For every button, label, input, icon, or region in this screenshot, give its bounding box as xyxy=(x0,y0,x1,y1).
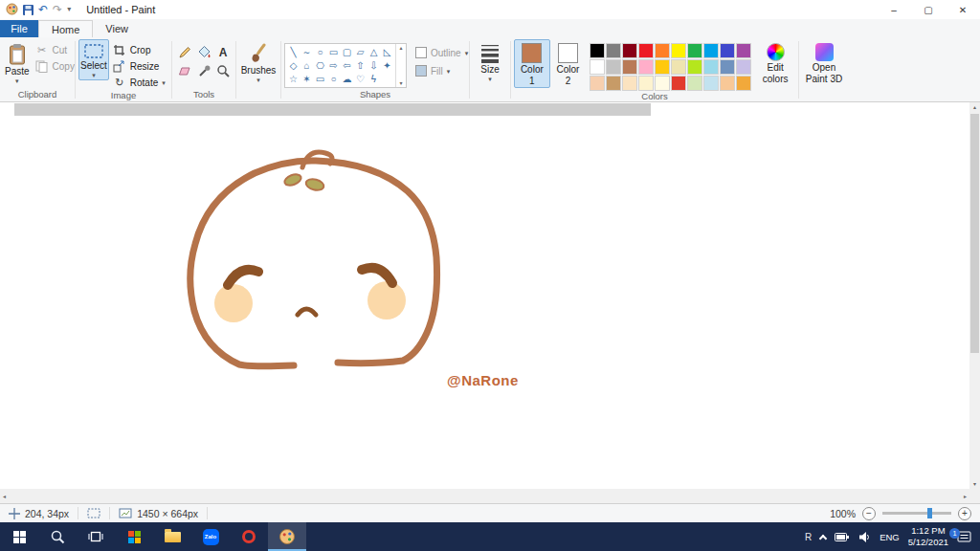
palette-swatch-15[interactable] xyxy=(671,59,686,75)
clock[interactable]: 1:12 PM5/12/2021 xyxy=(908,525,948,548)
palette-swatch-20[interactable] xyxy=(590,76,605,91)
color1-button[interactable]: Color1 xyxy=(514,39,550,88)
magnifier-tool[interactable] xyxy=(214,62,233,80)
size-button[interactable]: Size xyxy=(473,39,507,84)
shape-right-triangle[interactable]: ◺ xyxy=(381,46,393,58)
tab-file[interactable]: File xyxy=(0,20,38,37)
palette-swatch-8[interactable] xyxy=(720,43,735,58)
brushes-dropdown-icon[interactable] xyxy=(256,77,260,83)
rotate-button[interactable]: Rotate xyxy=(109,75,169,90)
opera-button[interactable] xyxy=(230,522,268,551)
undo-icon[interactable] xyxy=(38,4,48,15)
horizontal-scrollbar-thumb[interactable] xyxy=(14,103,651,116)
color-picker-tool[interactable] xyxy=(195,62,213,80)
palette-swatch-12[interactable] xyxy=(622,59,637,75)
save-icon[interactable] xyxy=(23,5,33,15)
open-paint3d-button[interactable]: OpenPaint 3D xyxy=(802,39,846,86)
file-explorer-button[interactable] xyxy=(153,522,191,551)
tray-app-icon[interactable]: R xyxy=(805,532,812,542)
shape-polygon[interactable]: ▱ xyxy=(354,46,367,58)
app-tiles-button[interactable] xyxy=(115,522,153,551)
paste-dropdown-icon[interactable] xyxy=(15,77,19,84)
vertical-scrollbar-thumb[interactable] xyxy=(970,114,979,353)
palette-swatch-28[interactable] xyxy=(720,76,735,91)
zalo-button[interactable]: Zalo xyxy=(191,522,230,551)
select-dropdown-icon[interactable] xyxy=(92,72,96,78)
cut-button[interactable]: Cut xyxy=(32,42,78,57)
shape-five-point-star[interactable]: ☆ xyxy=(287,73,300,85)
palette-swatch-16[interactable] xyxy=(687,59,702,75)
shape-oval[interactable]: ○ xyxy=(314,46,326,58)
redo-icon[interactable] xyxy=(53,4,62,15)
palette-swatch-19[interactable] xyxy=(736,59,751,75)
shape-rounded-rectangle[interactable]: ▢ xyxy=(341,46,353,58)
palette-swatch-18[interactable] xyxy=(720,59,735,75)
scroll-down-icon[interactable] xyxy=(973,481,976,487)
palette-swatch-3[interactable] xyxy=(638,43,654,58)
palette-swatch-10[interactable] xyxy=(590,59,605,75)
shape-diamond[interactable]: ◇ xyxy=(287,59,300,72)
text-tool[interactable]: A xyxy=(214,43,233,61)
select-button[interactable]: Select xyxy=(78,39,109,80)
shape-pentagon[interactable]: ⌂ xyxy=(301,59,313,72)
scroll-up-icon[interactable] xyxy=(973,104,976,110)
brushes-button[interactable]: Brushes xyxy=(239,39,278,85)
notification-button[interactable]: 1 xyxy=(957,530,972,543)
fill-dropdown-icon[interactable] xyxy=(447,68,451,75)
shape-six-point-star[interactable]: ✶ xyxy=(301,73,313,85)
palette-swatch-5[interactable] xyxy=(671,43,686,58)
paint-taskbar-button[interactable] xyxy=(268,522,306,551)
zoom-in-button[interactable]: + xyxy=(958,507,971,520)
horizontal-scrollbar[interactable] xyxy=(0,489,969,503)
shape-line[interactable]: ╲ xyxy=(287,46,300,58)
palette-swatch-4[interactable] xyxy=(655,43,670,58)
copy-button[interactable]: Copy xyxy=(32,58,78,74)
shape-fill-button[interactable]: Fill xyxy=(412,63,472,78)
palette-swatch-2[interactable] xyxy=(622,43,637,58)
outline-dropdown-icon[interactable] xyxy=(465,50,469,56)
paste-button[interactable]: Paste xyxy=(3,39,32,86)
shape-up-arrow[interactable]: ⇧ xyxy=(354,59,367,72)
taskbar-search-button[interactable] xyxy=(38,522,77,551)
palette-swatch-14[interactable] xyxy=(655,59,670,75)
shape-curve[interactable]: ～ xyxy=(301,46,313,58)
palette-swatch-29[interactable] xyxy=(736,76,751,91)
size-dropdown-icon[interactable] xyxy=(488,76,492,82)
shape-lightning[interactable]: ϟ xyxy=(368,73,380,85)
palette-swatch-25[interactable] xyxy=(671,76,686,91)
task-view-button[interactable] xyxy=(77,522,115,551)
speaker-icon[interactable] xyxy=(858,531,871,543)
shapes-scroll-up-icon[interactable] xyxy=(399,45,402,51)
drawing-canvas[interactable]: @NaRone xyxy=(0,102,969,489)
pencil-tool[interactable] xyxy=(176,43,194,61)
maximize-button[interactable]: ▢ xyxy=(911,0,946,19)
shape-triangle[interactable]: △ xyxy=(368,46,380,58)
palette-swatch-9[interactable] xyxy=(736,43,751,58)
palette-swatch-21[interactable] xyxy=(606,76,621,91)
edit-colors-button[interactable]: Editcolors xyxy=(755,39,795,86)
language-indicator[interactable]: ENG xyxy=(880,532,900,542)
shape-oval-callout[interactable]: ○ xyxy=(327,73,340,85)
shape-down-arrow[interactable]: ⇩ xyxy=(368,59,380,72)
palette-swatch-27[interactable] xyxy=(703,76,719,91)
palette-swatch-26[interactable] xyxy=(687,76,702,91)
palette-swatch-6[interactable] xyxy=(687,43,702,58)
palette-swatch-7[interactable] xyxy=(703,43,719,58)
shape-cloud-callout[interactable]: ☁ xyxy=(341,73,353,85)
start-button[interactable] xyxy=(0,522,38,551)
resize-button[interactable]: Resize xyxy=(109,58,169,74)
shape-heart[interactable]: ♡ xyxy=(354,73,367,85)
eraser-tool[interactable] xyxy=(176,62,194,80)
shape-right-arrow[interactable]: ⇨ xyxy=(327,59,340,72)
shapes-scrollbar[interactable] xyxy=(395,44,406,87)
close-button[interactable]: ✕ xyxy=(946,0,980,19)
shape-four-point-star[interactable]: ✦ xyxy=(381,59,393,72)
crop-button[interactable]: Crop xyxy=(109,42,169,57)
palette-swatch-13[interactable] xyxy=(638,59,654,75)
palette-swatch-17[interactable] xyxy=(703,59,719,75)
tab-view[interactable]: View xyxy=(93,20,141,37)
palette-swatch-11[interactable] xyxy=(606,59,621,75)
shape-hexagon[interactable]: ⎔ xyxy=(314,59,326,72)
zoom-out-button[interactable]: − xyxy=(862,507,876,520)
battery-icon[interactable] xyxy=(835,532,850,542)
